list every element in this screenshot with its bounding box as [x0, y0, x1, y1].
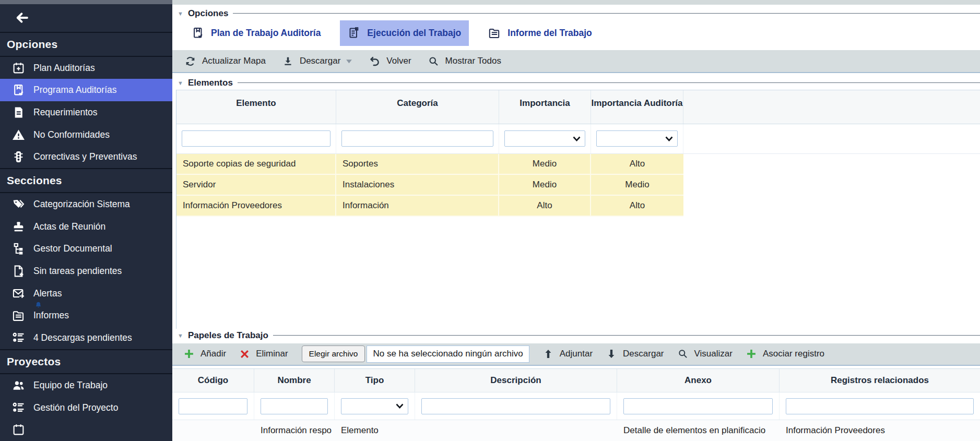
anadir-button[interactable]: Añadir: [184, 349, 226, 359]
papeles-descargar-button[interactable]: Descargar: [606, 349, 664, 359]
sidebar-item-sin-tareas[interactable]: Sin tareas pendientes: [0, 260, 172, 282]
column-header: Tipo: [335, 369, 415, 392]
calendar-icon: [11, 423, 25, 437]
cell-importancia-auditoria: Alto: [591, 196, 683, 217]
filter-tipo-select[interactable]: [341, 398, 408, 414]
collapse-triangle-icon: ▼: [178, 80, 183, 86]
filter-elemento-input[interactable]: [182, 130, 330, 147]
volver-button[interactable]: Volver: [369, 56, 411, 67]
adjuntar-button[interactable]: Adjuntar: [543, 349, 593, 359]
chevron-down-icon[interactable]: [346, 59, 352, 64]
toolbar-label: Descargar: [300, 56, 340, 66]
cell-elemento: Soporte copias de seguridad: [176, 154, 336, 175]
toolbar-label: Mostrar Todos: [445, 56, 501, 66]
elementos-panel: Elemento Categoría Importancia Importanc…: [176, 90, 980, 329]
actualizar-mapa-button[interactable]: Actualizar Mapa: [185, 56, 266, 67]
legend-divider: [273, 335, 980, 336]
people-icon: [11, 378, 25, 392]
sidebar-item-alertas[interactable]: Alertas: [0, 282, 172, 305]
sidebar-item-label: No Conformidades: [33, 129, 110, 140]
sidebar-item-label: Sin tareas pendientes: [33, 266, 122, 277]
back-bar: [0, 4, 172, 32]
sidebar-item-descargas-pendientes[interactable]: 4 Descargas pendientes: [0, 327, 172, 349]
column-header: Descripción: [415, 369, 617, 392]
sidebar-item-label: Correctivas y Preventivas: [33, 151, 137, 162]
asociar-registro-button[interactable]: Asociar registro: [746, 349, 824, 359]
elementos-table-header: Elemento Categoría Importancia Importanc…: [176, 90, 980, 124]
cell-registros: Información Proveedores: [780, 420, 980, 441]
sidebar-item-label: Categorización Sistema: [33, 199, 130, 210]
collapse-triangle-icon: ▼: [178, 332, 183, 339]
tab-informe-del-trabajo[interactable]: Informe del Trabajo: [480, 20, 599, 46]
filter-nombre-input[interactable]: [261, 398, 328, 414]
sidebar: Opciones Plan Auditorías Programa Audito…: [0, 0, 172, 441]
papeles-row[interactable]: Información respo Elemento Detalle de el…: [172, 420, 980, 441]
visualizar-button[interactable]: Visualizar: [678, 349, 733, 359]
cell-importancia: Alto: [499, 196, 591, 217]
arrow-down-icon: [606, 349, 617, 359]
sidebar-item-gestion-proyecto[interactable]: Gestión del Proyecto: [0, 397, 172, 419]
elegir-archivo-button[interactable]: Elegir archivo: [302, 345, 365, 362]
sidebar-item-label: Informes: [33, 310, 69, 321]
sidebar-item-no-conformidades[interactable]: No Conformidades: [0, 124, 172, 146]
cell-tipo: Elemento: [335, 420, 415, 441]
legend-label: Opciones: [188, 8, 228, 19]
undo-icon: [369, 56, 380, 67]
column-header: Categoría: [336, 90, 499, 124]
refresh-icon: [185, 56, 196, 67]
elemento-row[interactable]: Soporte copias de seguridad Soportes Med…: [176, 154, 980, 175]
sidebar-item-requerimientos[interactable]: Requerimientos: [0, 101, 172, 124]
tab-label: Plan de Trabajo Auditoría: [211, 28, 321, 39]
x-icon: [240, 349, 250, 359]
filter-importancia-auditoria-select[interactable]: [596, 130, 678, 147]
filter-categoria-input[interactable]: [341, 130, 493, 147]
column-header-empty: [683, 90, 980, 124]
document-icon: [11, 105, 25, 119]
filter-anexo-input[interactable]: [623, 398, 773, 414]
folder-lines-icon: [488, 27, 501, 39]
collapse-triangle-icon: ▼: [178, 10, 183, 17]
cell-importancia-auditoria: Medio: [591, 175, 683, 196]
search-icon: [678, 349, 688, 359]
eliminar-button[interactable]: Eliminar: [240, 349, 288, 359]
cell-importancia: Medio: [499, 154, 591, 175]
download-icon: [282, 56, 293, 67]
papeles-legend[interactable]: ▼ Papeles de Trabajo: [172, 329, 980, 342]
filter-registros-input[interactable]: [786, 398, 974, 414]
traffic-light-icon: [11, 150, 25, 164]
sidebar-item-informes[interactable]: Informes: [0, 305, 172, 327]
book-check-icon: [192, 27, 204, 39]
legend-label: Papeles de Trabajo: [188, 330, 268, 341]
sidebar-item-actas[interactable]: Actas de Reunión: [0, 216, 172, 238]
tab-ejecucion-del-trabajo[interactable]: Ejecución del Trabajo: [340, 20, 469, 46]
filter-descripcion-input[interactable]: [421, 398, 610, 414]
sidebar-item-plan-auditorias[interactable]: Plan Auditorías: [0, 57, 172, 79]
filter-codigo-input[interactable]: [179, 398, 247, 414]
stamp-icon: [11, 220, 25, 233]
main-content: ▼ Opciones Plan de Trabajo Auditoría Eje…: [172, 0, 980, 441]
sidebar-item-partial[interactable]: [0, 419, 172, 441]
sidebar-item-label: Gestión del Proyecto: [33, 402, 118, 413]
elemento-row[interactable]: Servidor Instalaciones Medio Medio: [176, 175, 980, 196]
sidebar-item-equipo[interactable]: Equipo de Trabajo: [0, 374, 172, 397]
elemento-row[interactable]: Información Proveedores Información Alto…: [176, 196, 980, 217]
mail-forward-icon: [11, 287, 25, 300]
descargar-button[interactable]: Descargar: [282, 56, 352, 67]
mostrar-todos-button[interactable]: Mostrar Todos: [428, 56, 501, 67]
column-header: Nombre: [254, 369, 335, 392]
tab-plan-de-trabajo[interactable]: Plan de Trabajo Auditoría: [184, 20, 328, 46]
main-toolbar: Actualizar Mapa Descargar Volver: [172, 50, 980, 73]
filter-importancia-select[interactable]: [504, 130, 585, 147]
sidebar-item-correctivas[interactable]: Correctivas y Preventivas: [0, 146, 172, 168]
elementos-legend[interactable]: ▼ Elementos: [172, 76, 980, 90]
sidebar-section-title: Secciones: [0, 168, 172, 193]
legend-divider: [238, 82, 980, 83]
sidebar-item-categorizacion[interactable]: Categorización Sistema: [0, 193, 172, 216]
back-arrow-icon[interactable]: [15, 10, 29, 25]
elementos-filter-row: [176, 124, 980, 154]
sidebar-item-programa-auditorias[interactable]: Programa Auditorías: [0, 79, 172, 101]
opciones-legend[interactable]: ▼ Opciones: [172, 7, 980, 20]
papeles-toolbar: Añadir Eliminar Elegir archivo No se ha …: [172, 343, 980, 366]
sidebar-section-title: Proyectos: [0, 349, 172, 374]
sidebar-item-gestor-documental[interactable]: Gestor Documental: [0, 238, 172, 260]
